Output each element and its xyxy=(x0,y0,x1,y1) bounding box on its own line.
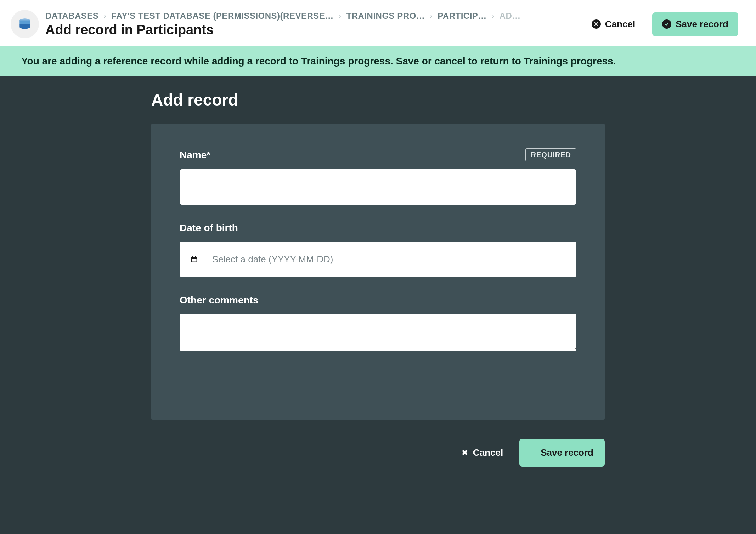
date-input-wrapper[interactable] xyxy=(180,242,576,277)
date-of-birth-input[interactable] xyxy=(212,254,566,265)
other-comments-input[interactable] xyxy=(180,314,576,351)
name-input[interactable] xyxy=(180,169,576,205)
breadcrumb-add[interactable]: AD… xyxy=(500,11,521,21)
footer-actions: ✖ Cancel Save record xyxy=(151,439,605,467)
info-banner-text: You are adding a reference record while … xyxy=(21,56,616,67)
svg-rect-4 xyxy=(195,256,196,257)
check-icon xyxy=(531,447,536,458)
calendar-icon xyxy=(190,255,198,263)
header-text-block: DATABASES › FAY'S TEST DATABASE (PERMISS… xyxy=(45,11,575,38)
breadcrumb-trainings[interactable]: TRAININGS PRO… xyxy=(346,11,425,21)
field-comments-header: Other comments xyxy=(180,295,576,306)
field-name-label: Name* xyxy=(180,149,210,161)
database-icon xyxy=(11,10,39,38)
field-dob-header: Date of birth xyxy=(180,222,576,234)
cancel-button-label: Cancel xyxy=(605,19,635,30)
field-comments-label: Other comments xyxy=(180,295,259,306)
form-card: Name* REQUIRED Date of birth xyxy=(151,124,605,420)
header-actions: Cancel Save record xyxy=(582,12,738,36)
section-title: Add record xyxy=(151,90,605,109)
field-name: Name* REQUIRED xyxy=(180,148,576,205)
svg-rect-2 xyxy=(191,257,197,258)
save-button-label: Save record xyxy=(676,19,728,30)
required-badge: REQUIRED xyxy=(525,148,576,161)
cancel-button[interactable]: Cancel xyxy=(582,12,645,36)
content-wrap: Add record Name* REQUIRED Date of birth xyxy=(151,90,605,467)
breadcrumb-databases[interactable]: DATABASES xyxy=(45,11,98,21)
database-cylinder-icon xyxy=(17,17,32,32)
chevron-right-icon: › xyxy=(430,11,433,21)
footer-save-label: Save record xyxy=(541,447,593,458)
svg-rect-3 xyxy=(192,256,193,257)
field-other-comments: Other comments xyxy=(180,295,576,352)
page-header: DATABASES › FAY'S TEST DATABASE (PERMISS… xyxy=(0,0,756,46)
close-icon: ✖ xyxy=(462,449,468,457)
svg-rect-5 xyxy=(192,259,196,262)
chevron-right-icon: › xyxy=(103,11,106,21)
field-name-header: Name* REQUIRED xyxy=(180,148,576,161)
info-banner: You are adding a reference record while … xyxy=(0,46,756,76)
field-date-of-birth: Date of birth xyxy=(180,222,576,277)
breadcrumb-participants[interactable]: PARTICIP… xyxy=(438,11,487,21)
chevron-right-icon: › xyxy=(339,11,342,21)
footer-cancel-label: Cancel xyxy=(473,447,503,458)
breadcrumb-database[interactable]: FAY'S TEST DATABASE (PERMISSIONS)(REVERS… xyxy=(111,11,334,21)
field-dob-label: Date of birth xyxy=(180,222,238,234)
chevron-right-icon: › xyxy=(492,11,495,21)
check-icon xyxy=(662,19,671,29)
close-icon xyxy=(592,19,601,29)
footer-cancel-button[interactable]: ✖ Cancel xyxy=(454,441,511,465)
save-record-button[interactable]: Save record xyxy=(652,12,738,36)
main-content: Add record Name* REQUIRED Date of birth xyxy=(0,76,756,488)
page-title: Add record in Participants xyxy=(45,22,575,38)
footer-save-record-button[interactable]: Save record xyxy=(519,439,605,467)
breadcrumb: DATABASES › FAY'S TEST DATABASE (PERMISS… xyxy=(45,11,575,21)
